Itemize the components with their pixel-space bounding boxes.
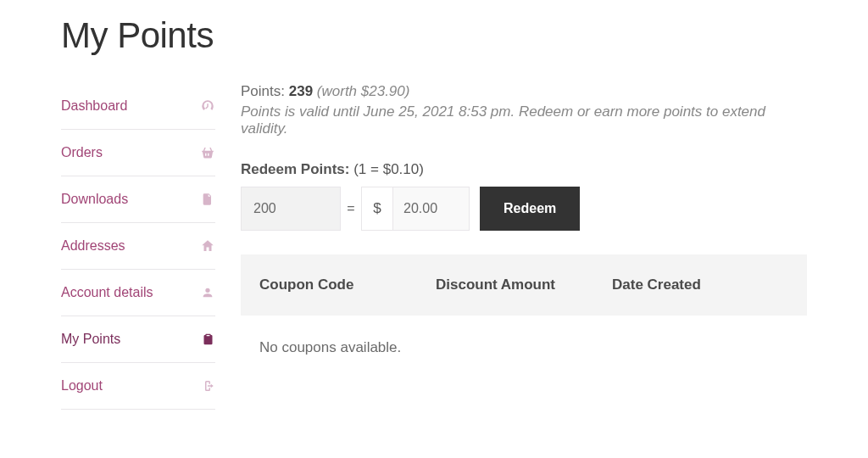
sidebar-item-orders[interactable]: Orders — [61, 130, 215, 176]
sidebar-item-label: Account details — [61, 285, 153, 300]
sidebar-item-label: Addresses — [61, 238, 125, 254]
redeem-amount-display: 20.00 — [393, 187, 470, 231]
signout-icon — [200, 378, 215, 394]
sidebar-item-label: Orders — [61, 145, 103, 160]
points-validity: Points is valid until June 25, 2021 8:53… — [241, 103, 807, 137]
sidebar-item-downloads[interactable]: Downloads — [61, 176, 215, 223]
redeem-title-rate: (1 = $0.10) — [349, 161, 423, 177]
sidebar-item-my-points[interactable]: My Points — [61, 316, 215, 363]
sidebar-item-logout[interactable]: Logout — [61, 363, 215, 410]
main-content: Points: 239 (worth $23.90) Points is val… — [241, 83, 807, 410]
coupon-col-code: Coupon Code — [259, 276, 436, 293]
currency-symbol: $ — [361, 187, 393, 231]
sidebar-item-dashboard[interactable]: Dashboard — [61, 83, 215, 130]
sidebar-item-account-details[interactable]: Account details — [61, 270, 215, 316]
redeem-form: = $ 20.00 Redeem — [241, 187, 807, 231]
sidebar-item-addresses[interactable]: Addresses — [61, 223, 215, 270]
home-icon — [200, 238, 215, 254]
points-summary: Points: 239 (worth $23.90) — [241, 83, 807, 100]
coupons-header-row: Coupon Code Discount Amount Date Created — [241, 254, 807, 316]
sidebar-item-label: Downloads — [61, 192, 128, 207]
user-icon — [200, 285, 215, 300]
redeem-title: Redeem Points: (1 = $0.10) — [241, 161, 807, 178]
coupons-empty-message: No coupons available. — [241, 316, 807, 380]
points-value: 239 — [289, 83, 313, 99]
sidebar-item-label: Logout — [61, 378, 103, 394]
account-sidebar: Dashboard Orders Downloads Addresses Acc… — [61, 83, 215, 410]
redeem-points-input[interactable] — [241, 187, 341, 231]
redeem-button[interactable]: Redeem — [480, 187, 580, 231]
clipboard-icon — [200, 332, 215, 347]
redeem-title-bold: Redeem Points: — [241, 161, 349, 177]
coupon-col-discount: Discount Amount — [436, 276, 612, 293]
page-title: My Points — [61, 0, 807, 83]
coupon-col-date: Date Created — [612, 276, 788, 293]
basket-icon — [200, 145, 215, 160]
points-label: Points: — [241, 83, 285, 99]
coupons-table: Coupon Code Discount Amount Date Created… — [241, 254, 807, 380]
sidebar-item-label: My Points — [61, 332, 120, 347]
file-icon — [200, 192, 215, 207]
equals-symbol: = — [341, 187, 361, 231]
points-worth: (worth $23.90) — [317, 83, 410, 99]
sidebar-item-label: Dashboard — [61, 98, 127, 114]
dashboard-icon — [200, 98, 215, 114]
